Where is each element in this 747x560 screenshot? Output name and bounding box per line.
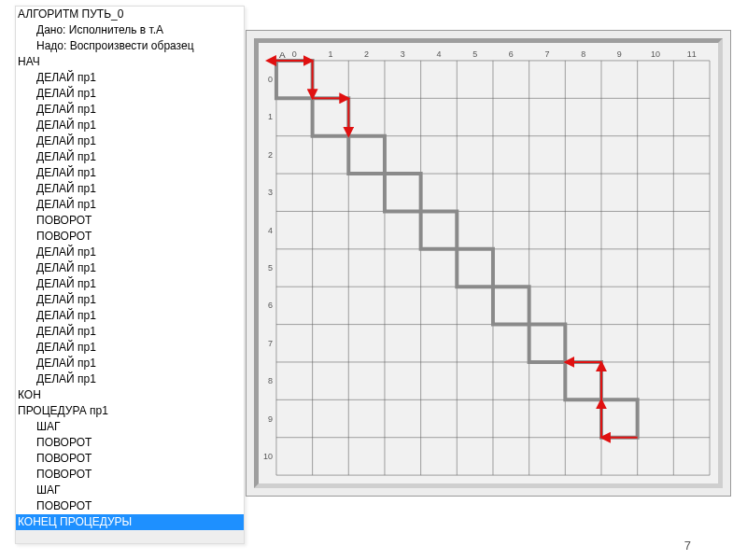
code-line: НАЧ: [16, 54, 244, 70]
code-line: ДЕЛАЙ пр1: [16, 118, 244, 133]
code-line: ШАГ: [16, 419, 244, 435]
col-label: 8: [581, 49, 585, 59]
code-line: ПОВОРОТ: [16, 467, 244, 483]
code-line: ДЕЛАЙ пр1: [16, 260, 244, 276]
row-label: 2: [268, 150, 273, 160]
code-line: ДЕЛАЙ пр1: [16, 70, 244, 86]
code-panel: АЛГОРИТМ ПУТЬ_0Дано: Исполнитель в т.АНа…: [15, 6, 245, 544]
col-label: 7: [544, 49, 549, 59]
code-line: ДЕЛАЙ пр1: [16, 133, 244, 149]
col-label: 3: [401, 49, 405, 59]
row-label: 5: [268, 263, 273, 273]
col-label: 10: [651, 49, 660, 59]
code-line: ПОВОРОТ: [16, 213, 244, 229]
code-line: ДЕЛАЙ пр1: [16, 356, 244, 371]
code-line: ДЕЛАЙ пр1: [16, 102, 244, 118]
row-label: 10: [263, 452, 273, 461]
row-label: 0: [268, 75, 273, 84]
row-label: 9: [268, 414, 273, 424]
code-line: ДЕЛАЙ пр1: [16, 149, 244, 165]
code-line: ДЕЛАЙ пр1: [16, 308, 244, 324]
code-line: ДЕЛАЙ пр1: [16, 197, 244, 213]
grid-svg: 01234567891011012345678910A: [263, 48, 713, 479]
code-line: КОН: [16, 387, 244, 403]
col-label: 11: [687, 49, 697, 59]
code-line: КОНЕЦ ПРОЦЕДУРЫ: [16, 514, 244, 530]
code-line: ПРОЦЕДУРА пр1: [16, 403, 244, 419]
code-line: Надо: Воспроизвести образец: [16, 38, 244, 54]
col-label: 4: [436, 49, 441, 59]
col-label: 6: [509, 49, 514, 59]
code-line: ПОВОРОТ: [16, 498, 244, 514]
grid-canvas: 01234567891011012345678910A: [246, 30, 731, 497]
col-label: 5: [472, 49, 477, 59]
code-line: ПОВОРОТ: [16, 229, 244, 245]
row-label: 7: [268, 339, 273, 348]
row-label: 3: [268, 188, 273, 197]
row-label: 4: [268, 226, 273, 235]
code-line: АЛГОРИТМ ПУТЬ_0: [16, 7, 244, 22]
row-label: 1: [268, 112, 273, 121]
code-line: ДЕЛАЙ пр1: [16, 292, 244, 308]
code-line: ДЕЛАЙ пр1: [16, 86, 244, 102]
col-label: 2: [364, 49, 369, 59]
code-line: ДЕЛАЙ пр1: [16, 181, 244, 197]
col-label: 0: [292, 49, 297, 59]
row-label: 6: [268, 301, 273, 310]
code-line: ШАГ: [16, 483, 244, 498]
col-label: 1: [328, 49, 332, 59]
code-line: Дано: Исполнитель в т.А: [16, 22, 244, 38]
code-line: ДЕЛАЙ пр1: [16, 340, 244, 356]
start-point-label: A: [279, 49, 286, 60]
code-line: ПОВОРОТ: [16, 435, 244, 451]
code-line: ДЕЛАЙ пр1: [16, 324, 244, 340]
page-number: 7: [684, 539, 691, 553]
code-line: ДЕЛАЙ пр1: [16, 276, 244, 292]
code-line: ДЕЛАЙ пр1: [16, 165, 244, 181]
code-line: ДЕЛАЙ пр1: [16, 245, 244, 260]
row-label: 8: [268, 376, 273, 385]
code-line: ПОВОРОТ: [16, 451, 244, 467]
code-line: ДЕЛАЙ пр1: [16, 371, 244, 387]
code-panel-trail: [16, 530, 244, 543]
col-label: 9: [617, 49, 622, 59]
